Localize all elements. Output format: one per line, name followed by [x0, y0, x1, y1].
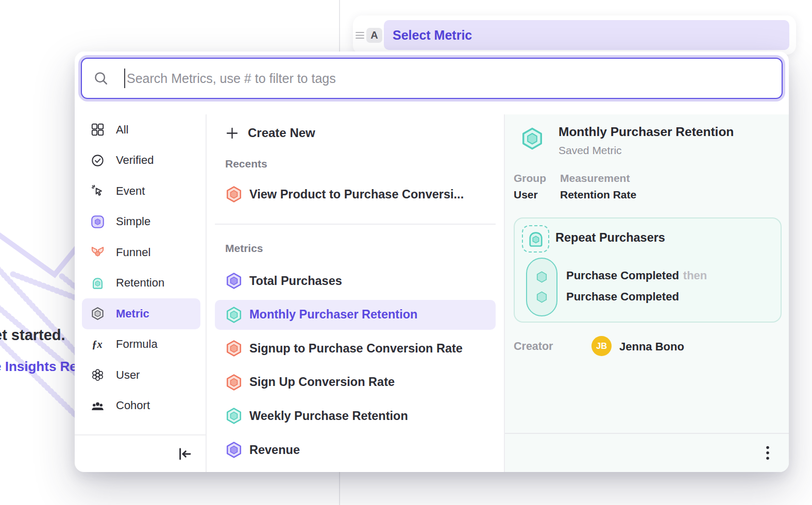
metric-item-label: Sign Up Conversion Rate: [249, 375, 395, 389]
detail-subtitle: Saved Metric: [559, 144, 622, 157]
metric-hexagon-icon: [225, 272, 243, 290]
svg-text:ƒx: ƒx: [92, 339, 102, 350]
sidebar-item-label: Simple: [116, 215, 150, 228]
sidebar-item-label: Retention: [116, 276, 164, 290]
filter-sidebar: All Verified Event: [75, 114, 207, 472]
simple-metric-icon: [91, 215, 105, 229]
step-connector: then: [683, 269, 707, 282]
search-icon: [93, 71, 109, 86]
metric-list-item[interactable]: Sign Up Conversion Rate: [215, 367, 496, 397]
measurement-value: Retention Rate: [560, 189, 636, 201]
grid-icon: [91, 123, 105, 137]
sidebar-item-label: All: [116, 123, 128, 137]
kebab-menu-icon: [764, 445, 771, 462]
user-cluster-icon: [91, 368, 105, 382]
metric-detail-panel: Monthly Purchaser Retention Saved Metric…: [504, 114, 789, 472]
sidebar-item-label: Funnel: [116, 246, 150, 259]
sidebar-item-user[interactable]: User: [82, 360, 200, 391]
sidebar-item-retention[interactable]: Retention: [82, 268, 200, 299]
retention-definition-icon-frame: [522, 225, 549, 252]
step-event-name: Purchase Completed: [566, 290, 679, 303]
list-section-divider: [215, 224, 496, 225]
sidebar-item-label: Formula: [116, 338, 158, 351]
creator-avatar: JB: [591, 336, 612, 356]
create-new-button[interactable]: Create New: [215, 121, 496, 145]
funnel-metric-hexagon-icon: [225, 186, 243, 203]
plus-icon: [225, 126, 239, 140]
metric-list-item[interactable]: Weekly Purchase Retention: [215, 401, 496, 431]
metric-list-item[interactable]: Signup to Purchase Conversion Rate: [215, 333, 496, 363]
step-hexagon-icon: [535, 270, 549, 284]
definition-step-2: Purchase Completed: [566, 290, 679, 304]
definition-step-1: Purchase Completedthen: [566, 269, 707, 282]
metric-hexagon-icon: [225, 441, 243, 459]
create-new-label: Create New: [248, 126, 315, 140]
detail-title: Monthly Purchaser Retention: [559, 125, 734, 139]
sidebar-item-label: Verified: [116, 154, 154, 167]
retention-steps-capsule: [526, 258, 557, 316]
creator-name: Jenna Bono: [619, 340, 684, 354]
sidebar-item-cohort[interactable]: Cohort: [82, 391, 200, 422]
app-canvas: et started. e Insights Re A Select Metri…: [0, 0, 812, 505]
metric-hexagon-icon: [225, 306, 243, 324]
metric-hexagon-icon: [225, 407, 243, 425]
group-value: User: [514, 189, 538, 201]
collapse-left-icon: [177, 446, 193, 462]
sidebar-footer: [75, 434, 206, 472]
detail-footer-divider: [505, 433, 789, 434]
formula-icon: ƒx: [91, 338, 105, 351]
sidebar-item-all[interactable]: All: [82, 114, 200, 145]
sidebar-item-verified[interactable]: Verified: [82, 145, 200, 176]
metric-hexagon-icon: [91, 307, 105, 321]
recents-heading: Recents: [225, 158, 267, 170]
sidebar-item-simple[interactable]: Simple: [82, 207, 200, 238]
metrics-heading: Metrics: [225, 242, 263, 255]
more-options-button[interactable]: [758, 444, 777, 464]
retention-icon: [91, 276, 105, 290]
metric-hexagon-icon: [520, 127, 544, 150]
metric-list-item[interactable]: Revenue: [215, 435, 496, 465]
sidebar-item-funnel[interactable]: Funnel: [82, 237, 200, 268]
metric-item-label: Weekly Purchase Retention: [249, 409, 408, 423]
text-caret: [124, 69, 125, 88]
sidebar-item-label: Event: [116, 184, 145, 198]
metric-item-label: Revenue: [249, 443, 300, 457]
sidebar-item-event[interactable]: Event: [82, 176, 200, 207]
verified-badge-icon: [91, 154, 105, 167]
retention-icon: [527, 230, 545, 248]
cohort-icon: [91, 399, 105, 413]
collapse-sidebar-button[interactable]: [177, 446, 193, 462]
series-position-badge: A: [366, 28, 382, 43]
sidebar-item-label: Metric: [116, 307, 149, 321]
group-label: Group: [514, 172, 546, 184]
metric-item-label: Total Purchases: [249, 274, 342, 288]
background-heading-fragment: et started.: [0, 327, 65, 344]
metric-item-label: Signup to Purchase Conversion Rate: [249, 342, 463, 356]
sidebar-item-label: Cohort: [116, 399, 150, 412]
step-event-name: Purchase Completed: [566, 269, 679, 282]
metric-hexagon-icon: [225, 374, 243, 391]
measurement-label: Measurement: [560, 172, 630, 184]
recent-item[interactable]: View Product to Purchase Conversi...: [215, 179, 496, 209]
sidebar-item-label: User: [116, 368, 140, 382]
creator-label: Creator: [514, 340, 553, 353]
metric-list-item-selected[interactable]: Monthly Purchaser Retention: [215, 300, 496, 330]
select-metric-pill-label: Select Metric: [393, 28, 472, 43]
sidebar-item-metric[interactable]: Metric: [82, 298, 200, 329]
recent-item-label: View Product to Purchase Conversi...: [249, 188, 464, 201]
definition-name: Repeat Purchasers: [555, 231, 665, 245]
drag-handle-icon[interactable]: [354, 30, 365, 40]
metric-list-item[interactable]: Total Purchases: [215, 266, 496, 296]
funnel-icon: [91, 245, 105, 259]
select-metric-pill[interactable]: Select Metric: [384, 20, 789, 50]
definition-card: Repeat Purchasers Purchase Completedthen: [514, 217, 782, 323]
sidebar-item-formula[interactable]: ƒx Formula: [82, 329, 200, 360]
search-box[interactable]: [81, 58, 783, 99]
metric-hexagon-icon: [225, 340, 243, 357]
metric-picker-modal: All Verified Event: [75, 52, 789, 472]
step-hexagon-icon: [535, 290, 549, 304]
metric-item-label: Monthly Purchaser Retention: [249, 308, 417, 322]
background-insights-report-link[interactable]: e Insights Re: [0, 359, 77, 375]
metric-list: Create New Recents View Product to Purch…: [207, 114, 504, 472]
search-input[interactable]: [127, 71, 782, 86]
